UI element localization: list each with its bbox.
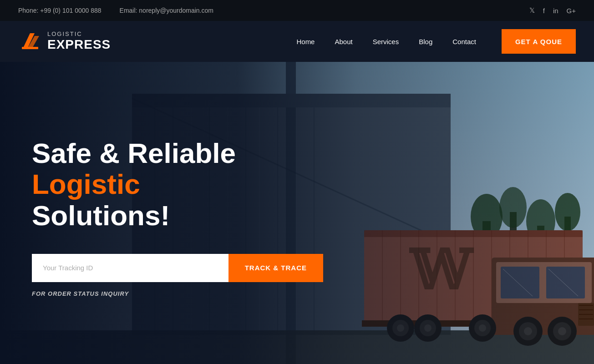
logo: LOGISTIC EXPRESS	[18, 30, 111, 53]
google-plus-icon[interactable]: G+	[567, 7, 576, 15]
logo-brand-bottom: EXPRESS	[47, 38, 111, 52]
top-bar-left: Phone: +99 (0) 101 0000 888 Email: norep…	[18, 7, 213, 14]
svg-rect-2	[22, 47, 38, 49]
hero-title: Safe & Reliable Logistic Solutions!	[32, 138, 341, 231]
header: LOGISTIC EXPRESS Home About Services Blo…	[0, 21, 594, 62]
logo-brand-top: LOGISTIC	[47, 31, 111, 37]
get-quote-button[interactable]: GET A QOUE	[502, 29, 576, 54]
hero-content: Safe & Reliable Logistic Solutions! TRAC…	[0, 129, 341, 297]
social-links: 𝕏 f in G+	[529, 6, 576, 15]
linkedin-icon[interactable]: in	[553, 7, 558, 15]
top-bar: Phone: +99 (0) 101 0000 888 Email: norep…	[0, 0, 594, 21]
nav-about[interactable]: About	[326, 34, 360, 49]
nav-contact[interactable]: Contact	[444, 34, 484, 49]
facebook-icon[interactable]: f	[543, 7, 545, 15]
logo-icon	[18, 30, 42, 53]
hero-title-part2: Solutions!	[32, 200, 170, 231]
main-nav: Home About Services Blog Contact GET A Q…	[288, 29, 576, 54]
hero-title-part1: Safe & Reliable	[32, 137, 236, 169]
track-trace-button[interactable]: TRACK & TRACE	[228, 254, 323, 282]
order-inquiry-text: FOR ORDER STATUS INQUIRY	[32, 290, 341, 297]
tracking-input[interactable]	[32, 254, 228, 282]
nav-blog[interactable]: Blog	[411, 34, 441, 49]
logo-text: LOGISTIC EXPRESS	[47, 31, 111, 51]
tracking-form: TRACK & TRACE	[32, 254, 323, 282]
hero-title-highlight: Logistic	[32, 168, 140, 200]
hero-section: 𝕎 Safe & Reliable Logistic Solutions! TR…	[0, 62, 594, 364]
nav-home[interactable]: Home	[288, 34, 323, 49]
nav-services[interactable]: Services	[365, 34, 407, 49]
twitter-icon[interactable]: 𝕏	[529, 6, 535, 15]
email-info: Email: noreply@yourdomain.com	[120, 7, 213, 14]
phone-info: Phone: +99 (0) 101 0000 888	[18, 7, 102, 14]
